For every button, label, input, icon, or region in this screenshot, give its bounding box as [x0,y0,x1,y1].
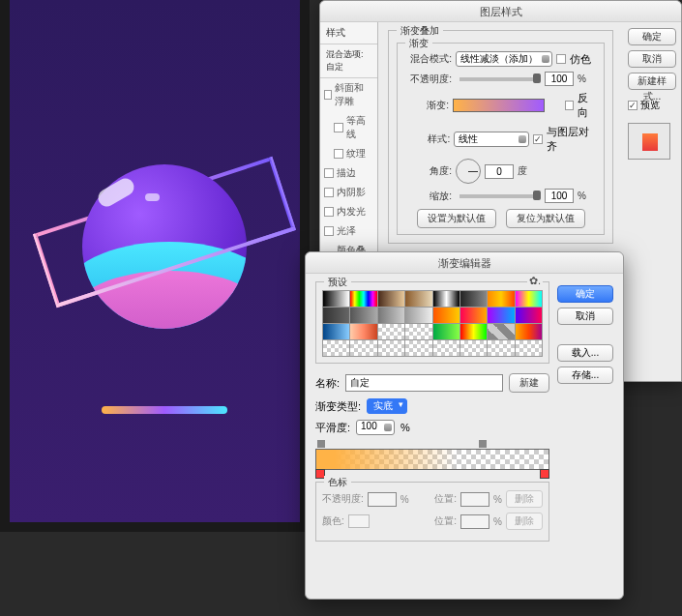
gradient-bar[interactable] [315,449,549,470]
reset-default-button[interactable]: 复位为默认值 [506,209,585,228]
preset-swatch[interactable] [516,324,542,339]
scale-slider[interactable] [460,194,537,198]
stop-color-swatch[interactable] [348,514,370,528]
opacity-stop-left[interactable] [317,440,325,448]
dither-checkbox[interactable] [556,54,566,64]
preset-swatch[interactable] [350,340,376,356]
preset-swatch[interactable] [378,308,404,323]
blend-mode-label: 混合模式: [403,52,452,66]
stop-location-input[interactable] [460,492,489,507]
delete-opacity-stop-button[interactable]: 删除 [506,490,543,508]
style-checkbox[interactable] [324,188,334,197]
style-item-5[interactable]: 内发光 [320,202,377,221]
color-stop-right[interactable] [540,469,549,479]
style-item-4[interactable]: 内阴影 [320,183,377,202]
reverse-checkbox[interactable] [565,101,575,110]
section-title: 渐变叠加 [397,24,443,38]
opacity-stop-right[interactable] [479,440,487,448]
presets-label: 预设 [324,276,351,289]
style-checkbox[interactable] [324,207,334,217]
gradient-preview[interactable] [453,99,544,112]
preview-checkbox[interactable] [628,101,638,110]
canvas-area [0,0,310,532]
style-checkbox[interactable] [324,226,334,236]
preset-swatch[interactable] [433,308,460,323]
preset-swatch[interactable] [378,340,404,356]
preset-swatch[interactable] [405,291,431,307]
gradient-save-button[interactable]: 存储... [557,367,613,384]
align-checkbox[interactable] [533,134,543,144]
preset-swatch[interactable] [460,308,487,323]
stop-opacity-input[interactable] [368,492,397,507]
stops-label: 色标 [324,476,351,489]
style-checkbox[interactable] [334,149,343,159]
gradient-load-button[interactable]: 载入... [557,344,613,362]
artboard [10,0,300,522]
style-checkbox[interactable] [334,123,343,132]
style-checkbox[interactable] [324,90,332,100]
preset-swatch[interactable] [488,324,514,339]
preset-swatch[interactable] [405,324,431,339]
preset-swatch[interactable] [378,291,404,307]
gradient-type-select[interactable]: 实底 [367,398,407,414]
stop-location-label-2: 位置: [434,514,457,528]
cancel-button[interactable]: 取消 [628,50,676,68]
new-style-button[interactable]: 新建样式... [628,73,676,90]
preset-swatch[interactable] [350,308,376,323]
style-label: 斜面和浮雕 [335,81,373,108]
name-input[interactable]: 自定 [345,374,503,392]
preset-swatch[interactable] [323,324,349,339]
preset-swatch[interactable] [488,308,514,323]
style-item-3[interactable]: 描边 [320,163,377,183]
style-item-0[interactable]: 斜面和浮雕 [320,78,377,111]
preset-swatch[interactable] [516,308,542,323]
styles-header[interactable]: 样式 [320,22,377,44]
percent-label: % [578,73,586,84]
preset-swatch[interactable] [323,340,349,356]
style-item-2[interactable]: 纹理 [320,144,377,163]
preset-swatch[interactable] [433,324,460,339]
set-default-button[interactable]: 设置为默认值 [417,209,496,228]
stop-location-label: 位置: [434,492,457,506]
dialog-title[interactable]: 图层样式 [320,1,681,22]
preview-label: 预览 [640,99,660,112]
preset-swatch[interactable] [433,291,460,307]
preset-swatch[interactable] [516,340,542,356]
preset-swatch[interactable] [405,308,431,323]
preset-swatch[interactable] [488,291,514,307]
preset-swatch[interactable] [323,291,349,307]
angle-input[interactable]: 0 [485,164,514,179]
reverse-label: 反向 [578,91,598,120]
blend-options-row[interactable]: 混合选项:自定 [320,44,377,78]
style-item-1[interactable]: 等高线 [320,111,377,144]
gradient-editor-title[interactable]: 渐变编辑器 [306,252,623,274]
preset-swatch[interactable] [460,291,487,307]
style-checkbox[interactable] [324,168,334,178]
preset-swatch[interactable] [378,324,404,339]
delete-color-stop-button[interactable]: 删除 [506,513,543,530]
preset-swatch[interactable] [350,291,376,307]
style-select[interactable]: 线性 [454,132,529,147]
angle-dial[interactable] [456,159,481,184]
preset-swatch[interactable] [460,340,487,356]
preset-swatch[interactable] [350,324,376,339]
opacity-slider[interactable] [460,77,537,81]
scale-input[interactable]: 100 [545,189,574,203]
gradient-cancel-button[interactable]: 取消 [557,308,613,325]
preset-swatch[interactable] [405,340,431,356]
gradient-ok-button[interactable]: 确定 [557,285,613,303]
style-label: 光泽 [337,224,356,238]
style-item-6[interactable]: 光泽 [320,221,377,241]
new-gradient-button[interactable]: 新建 [509,373,549,393]
ok-button[interactable]: 确定 [628,28,676,45]
gear-icon[interactable]: ✿. [527,275,543,287]
preset-swatch[interactable] [433,340,460,356]
opacity-input[interactable]: 100 [545,72,574,86]
stop-color-location-input[interactable] [460,514,489,529]
preset-swatch[interactable] [460,324,487,339]
preset-swatch[interactable] [323,308,349,323]
blend-mode-select[interactable]: 线性减淡（添加） [456,51,552,67]
preset-swatch[interactable] [488,340,514,356]
preset-swatch[interactable] [516,291,542,307]
smoothness-select[interactable]: 100 [356,420,395,435]
